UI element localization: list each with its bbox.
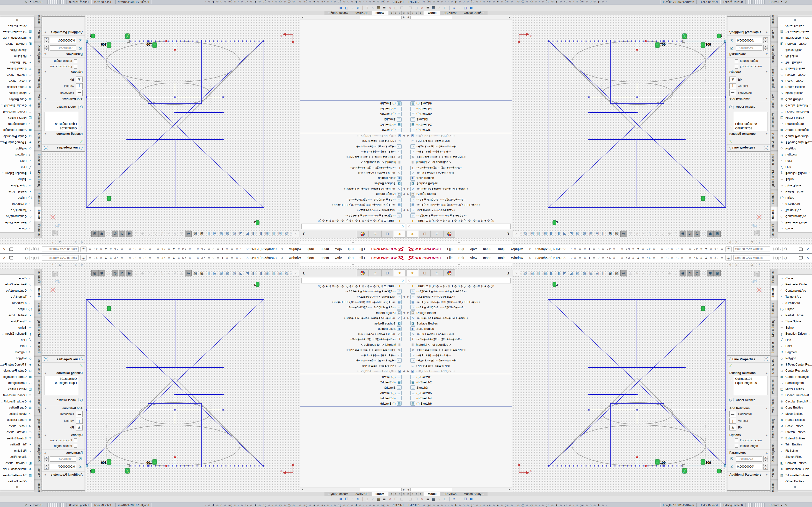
sketch-menu-item[interactable]: ▭ Corner Rectangle	[778, 374, 812, 380]
tab-nav-icon[interactable]: ▶|	[419, 11, 423, 15]
sketch-menu-item[interactable]: ⊏ Stretch Entities	[0, 429, 34, 436]
expander-icon[interactable]: ▶	[407, 135, 410, 137]
tree-item[interactable]: ▱ ○✚ʒƽ◦♟○∗◉⌈○◦○⌉◉∗○♟◦ƽʒ✚○	[300, 144, 406, 149]
bottom-toolbar-icon[interactable]: ❏	[399, 496, 405, 502]
tree-item[interactable]: Σ ○ƨƧΝ◉◦✚Α∪ƷƐ○◦○ƷƐ∪Α✚◦◉ΝƨƧ○	[300, 337, 406, 342]
tree-item[interactable]: ◧ Solid Bodies	[406, 176, 512, 181]
option-checkbox-row[interactable]: For construction	[42, 64, 85, 69]
tab-featuremanager[interactable]: ❖	[394, 270, 406, 276]
tree-item[interactable]: ◧ Solid Bodies	[406, 326, 512, 331]
commandmanager-tab[interactable]: Direct Editing	[771, 317, 778, 339]
sketch-menu-item[interactable]: ⊜ Intersection Curve	[0, 35, 34, 41]
add-relation-button[interactable]: ❘ Vertical	[727, 83, 770, 90]
relation-item[interactable]: Equal length109	[46, 122, 77, 126]
solidworks-logo[interactable]: ƷS SOLIDWORKS	[408, 256, 441, 260]
tab-featuremanager[interactable]: ❖	[406, 270, 418, 276]
menu-item[interactable]: File	[359, 256, 365, 260]
search-icon[interactable]	[36, 257, 37, 259]
tree-item[interactable]: ✎ ○ƨƧ∙∪∗♟Αʍ○◦○ʍΑ♟∗∪∙ƨƧ○	[406, 331, 512, 337]
quick-access-toolbar[interactable]: ◡ ◎ ◎ ◎ ✚ ◎ Ͻ ◎ ƷƐ ◎ ∙ ◎ ƨƧ ◎ ♟ ◎ ƷƐ ◎ ∙…	[570, 248, 725, 250]
tree-item[interactable]: ▶ ❏ Design Binder	[300, 310, 406, 315]
close-button[interactable]: ✕	[3, 247, 6, 251]
commandmanager-tab[interactable]: Weldments	[771, 111, 778, 130]
tree-item[interactable]: ∟ (-) Sketch4	[406, 106, 512, 112]
commandmanager-tab[interactable]: Mesh Modeling	[771, 66, 778, 91]
panel-help-icon[interactable]: ?	[764, 357, 768, 361]
panel-splitter[interactable]	[406, 241, 512, 244]
relation-item[interactable]: Equal length109	[735, 122, 766, 126]
tree-item[interactable]: ▱ ○∙◉✚○∗◉⌈○◦○⌉◉∗○✚◉∙○	[406, 149, 512, 155]
tab-displaymanager[interactable]	[444, 270, 455, 276]
relation-item[interactable]: Collinear108	[46, 377, 77, 381]
graphics-area[interactable]: ▷▾▧▤▥▦◧◨◩◪▨▩⊞▣◫⊟▨↩⊥✎⌢╱Λ∿✚∟◉↻⊙◎✱⊞	[86, 15, 300, 238]
tree-item[interactable]: ▶ A ○ƨƧΝ◉◦✚Α✚◉ΝΑ○◦○ΑΝ◉✚Α✚◦◉ΝƨƧ○	[406, 315, 512, 321]
menu-item[interactable]: Tools	[307, 256, 315, 260]
parameter-input[interactable]: 10.88152731	[735, 456, 762, 462]
large-ellipse[interactable]	[107, 425, 240, 466]
tag-icon[interactable]: ✎	[785, 503, 788, 507]
parameter-input[interactable]: 10.88152731	[735, 45, 762, 51]
checkbox[interactable]	[74, 439, 77, 442]
tree-item[interactable]: ∟ (-) Sketch1	[406, 127, 512, 133]
collapse-chevron-icon[interactable]: ∧	[44, 70, 46, 74]
tree-item[interactable]: ▱ ○∙◉✚○∗◉⌈○◦○⌉◉∗○✚◉∙○	[300, 149, 406, 155]
menu-item[interactable]: Edit	[458, 247, 464, 251]
scroll-right-icon[interactable]: ▶	[508, 489, 512, 491]
unit-system-selector[interactable]: Custom ▴	[767, 503, 785, 507]
section-parameters[interactable]: Parameters ∧	[727, 52, 770, 57]
sketch-menu-item[interactable]: ◧ Convert Entities	[0, 460, 34, 466]
collapse-chevron-icon[interactable]: ∧	[44, 132, 46, 136]
bottom-toolbar-icon[interactable]: ≣	[382, 496, 387, 502]
tree-item[interactable]: ▱ ○∙◉✚○∗◉⌈○◦○⌉◉∗○✚◉∙○	[406, 352, 512, 358]
document-tab[interactable]: 3D Views	[440, 11, 460, 15]
tree-item[interactable]: ▱ ○∙◉✚○∗◉⌈○◦○⌉◉∗○✚◉∙○	[300, 352, 406, 358]
graphics-area[interactable]: ▷▾▧▤▥▦◧◨◩◪▨▩⊞▣◫⊟▨↩⊥✎⌢╱Λ∿✚∟◉↻⊙◎✱⊞	[86, 269, 300, 492]
expander-icon[interactable]: ▶	[402, 312, 405, 314]
sketch-menu-item[interactable]: ◠ Centerpoint Arc	[778, 213, 812, 220]
bottom-toolbar-icon[interactable]: ∟	[364, 496, 370, 502]
tag-icon[interactable]: ✎	[24, 0, 27, 4]
bottom-toolbar-icon[interactable]: ❏	[407, 496, 413, 502]
commandmanager-tab[interactable]: Surfaces	[34, 190, 41, 207]
tree-item[interactable]: ✎ ○ƨƧ∙∪∗♟Αʍ○◦○ʍΑ♟∗∪∙ƨƧ○	[406, 170, 512, 176]
bottom-toolbar-icon[interactable]: ✱	[338, 496, 344, 502]
selected-endpoint-handle[interactable]	[682, 40, 685, 43]
bottom-toolbar-icon[interactable]: ∟	[364, 5, 370, 11]
quick-access-toolbar[interactable]: ◡ ◎ ◎ ◎ ✚ ◎ Ͻ ◎ ƷƐ ◎ ∙ ◎ ƨƧ ◎ ♟ ◎ ƷƐ ◎ ∙…	[570, 257, 725, 259]
selected-endpoint-handle[interactable]	[127, 464, 130, 467]
sketch-menu-item[interactable]: ◝ Sketch Fillet	[0, 47, 34, 53]
sketch-menu-item[interactable]: ⊡ Center Rectangle	[0, 368, 34, 374]
tree-item[interactable]: ◪ Surface Bodies	[300, 321, 406, 326]
sketch-menu-item[interactable]: ⊤ Extend Entities	[0, 435, 34, 442]
search-box[interactable]: ▾	[42, 255, 79, 261]
sketch-menu-item[interactable]: ▱ Parallelogram	[778, 380, 812, 386]
menu-item[interactable]: Window	[289, 247, 301, 251]
sketch-menu-item[interactable]: ▥ Silhouette Entities	[778, 472, 812, 478]
menu-item[interactable]: File	[359, 247, 365, 251]
sketch-menu-item[interactable]: ⊤ Extend Entities	[778, 66, 812, 72]
tab-displaymanager[interactable]	[444, 231, 455, 238]
section-parameters[interactable]: Parameters ∧	[42, 450, 85, 455]
sketch-menu-item[interactable]: ∷ Segment	[778, 152, 812, 158]
bottom-toolbar-icon[interactable]: ▦	[375, 5, 382, 11]
add-relation-button[interactable]: ⚓ Fix	[727, 424, 770, 431]
scroll-left-icon[interactable]: ◀	[402, 489, 406, 491]
expand-chevron-icon[interactable]: ∨	[44, 31, 46, 34]
tree-filter-box[interactable]: ▽	[301, 278, 405, 283]
quick-access-toolbar[interactable]: ◡ ◎ ◎ ◎ ✚ ◎ Ͻ ◎ ƷƐ ◎ ∙ ◎ ƨƧ ◎ ♟ ◎ ƷƐ ◎ ∙…	[87, 248, 242, 250]
tab-propertymanager[interactable]: ⊟	[419, 270, 430, 276]
sketch-menu-item[interactable]: ◟ Fit Spline	[778, 53, 812, 60]
tree-item[interactable]: ◑ ○ƨƧ♟◉ƨƧΝƷƐƨƧ○◦○ƨƧƷƐΝƨƧ◉♟ƨƧ○	[406, 197, 512, 202]
exit-sketch-icon[interactable]: ↶	[55, 221, 60, 229]
unit-system-selector[interactable]: Custom ▴	[27, 503, 45, 507]
tree-filter-box[interactable]: ▽	[407, 278, 511, 283]
section-existing-relations[interactable]: Existing Relations ∧	[727, 370, 770, 376]
restore-button[interactable]	[10, 257, 13, 260]
view-cube-icon[interactable]	[51, 229, 58, 237]
selected-endpoint-handle[interactable]	[86, 40, 88, 43]
sketch-menu-item[interactable]: ◗ Partial Ellipse	[0, 189, 34, 195]
spinner[interactable]: ▲▼	[44, 45, 49, 51]
unit-system-selector[interactable]: Custom ▴	[27, 0, 45, 4]
construction-line[interactable]	[637, 41, 726, 129]
sketch-menu-item[interactable]: ∿ Style Spline	[778, 319, 812, 325]
